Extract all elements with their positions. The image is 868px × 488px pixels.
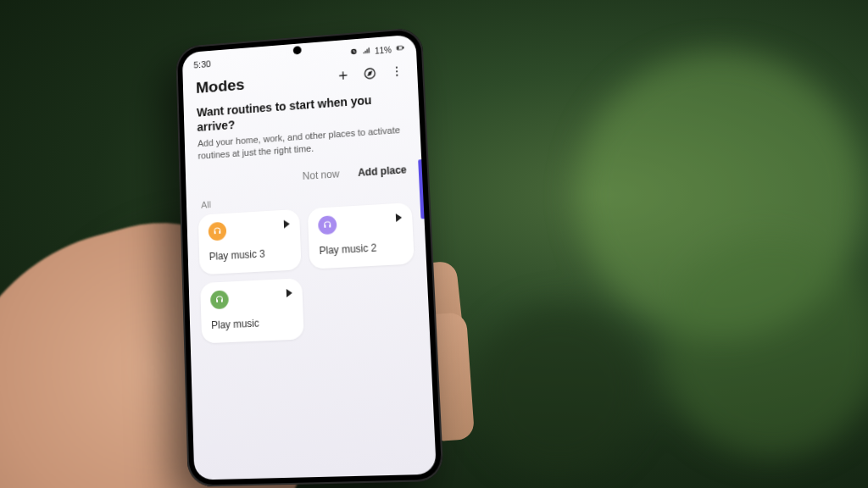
status-time: 5:30: [193, 58, 211, 69]
more-vert-icon: [390, 64, 404, 79]
svg-point-5: [396, 70, 398, 72]
tile-label: Play music: [211, 316, 293, 331]
tile-label: Play music 3: [209, 247, 292, 263]
add-button[interactable]: [337, 69, 351, 86]
headphones-icon: [322, 219, 332, 230]
add-place-button[interactable]: Add place: [358, 164, 407, 179]
tile-icon: [209, 222, 227, 241]
svg-point-4: [396, 67, 398, 69]
battery-icon: [396, 43, 405, 53]
headphones-icon: [214, 295, 225, 305]
play-icon[interactable]: [284, 219, 290, 228]
routine-tile[interactable]: Play music: [200, 278, 304, 343]
compass-icon: [363, 66, 377, 80]
svg-rect-2: [398, 47, 398, 49]
plus-icon: [337, 69, 350, 83]
more-button[interactable]: [390, 64, 404, 82]
play-icon[interactable]: [287, 289, 292, 297]
tile-icon: [210, 290, 229, 309]
status-icons: 11%: [349, 43, 404, 58]
routines-grid: Play music 3 Play music 2 Play music: [186, 200, 430, 346]
tile-label: Play music 2: [319, 241, 403, 257]
svg-point-6: [396, 75, 398, 76]
headphones-icon: [212, 226, 222, 236]
not-now-button[interactable]: Not now: [303, 168, 340, 182]
play-icon[interactable]: [396, 214, 403, 222]
discover-button[interactable]: [363, 66, 377, 84]
phone-screen: 5:30 11% Modes: [182, 34, 437, 480]
phone-frame: 5:30 11% Modes: [175, 27, 444, 487]
routine-tile[interactable]: Play music 3: [198, 209, 302, 275]
tile-icon: [318, 215, 337, 235]
svg-rect-1: [403, 47, 403, 48]
alarm-icon: [349, 47, 358, 58]
routine-tile[interactable]: Play music 2: [308, 202, 415, 269]
page-title: Modes: [196, 75, 245, 97]
battery-text: 11%: [375, 45, 392, 55]
signal-icon: [362, 46, 370, 56]
